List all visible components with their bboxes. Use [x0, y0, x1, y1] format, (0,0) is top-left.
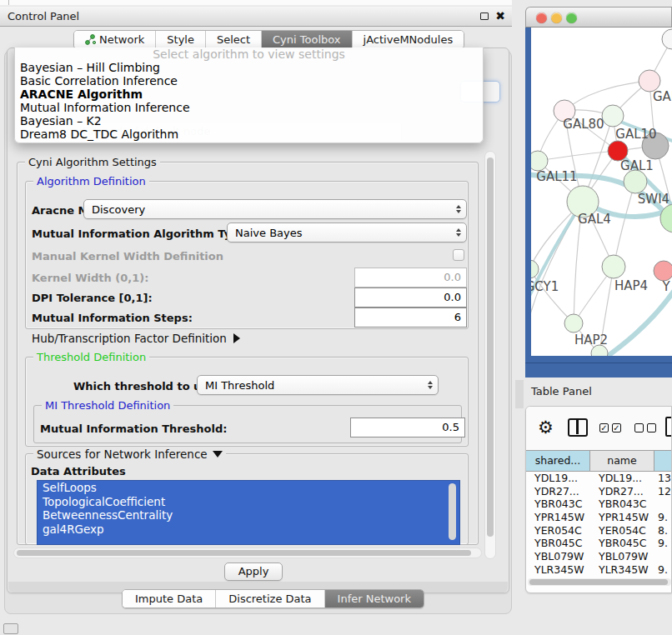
network-node[interactable]	[654, 261, 672, 281]
document-icon[interactable]	[665, 417, 672, 437]
column-header-extra[interactable]	[654, 451, 672, 471]
hub-transcription-factor-section[interactable]: Hub/Transcription Factor Definition	[32, 332, 240, 345]
network-node[interactable]	[624, 170, 647, 193]
tab-label: Cyni Toolbox	[273, 33, 341, 46]
table-cell: YBR045C	[526, 537, 590, 550]
node-label-gal: GAL	[653, 89, 672, 104]
settings-vertical-scrollbar[interactable]	[484, 151, 496, 559]
checked-columns-icon[interactable]: ✓	[599, 423, 609, 432]
attribute-item-betweennesscentrality[interactable]: BetweennessCentrality	[38, 508, 459, 522]
algorithm-option-mutual-information-inference[interactable]: Mutual Information Inference	[15, 102, 483, 115]
node-label-gal1: GAL1	[620, 158, 654, 173]
collapsed-arrow-icon[interactable]	[233, 333, 240, 343]
attributes-scrollbar[interactable]	[449, 483, 456, 540]
corner-handle[interactable]	[3, 623, 18, 634]
table-cell: YIL052C	[526, 577, 590, 578]
columns-icon[interactable]	[568, 418, 588, 437]
algorithm-option-basic-correlation-inference[interactable]: Basic Correlation Inference	[15, 75, 483, 88]
table-cell: YLR345W	[590, 563, 654, 577]
table-row[interactable]: YBL079WYBL079W	[526, 550, 672, 563]
network-canvas[interactable]: GALGAL80GAL10GAL1GAL11SWI4GAL4GCY1HAP4YH…	[531, 28, 672, 356]
node-label-gal10: GAL10	[615, 127, 656, 142]
mi-threshold-input[interactable]: 0.5	[350, 418, 465, 438]
attribute-item-gal4rgexp[interactable]: gal4RGexp	[38, 522, 459, 537]
attribute-item-topologicalcoefficient[interactable]: TopologicalCoefficient	[38, 495, 459, 509]
data-attributes-list[interactable]: SelfLoopsTopologicalCoefficientBetweenne…	[37, 480, 460, 545]
mi-steps-input[interactable]: 6	[354, 308, 467, 328]
control-panel-tabbar: NetworkStyleSelectCyni ToolboxjActiveMNo…	[73, 30, 464, 49]
column-header-shared-[interactable]: shared...	[526, 451, 590, 471]
hub-transcription-factor-label: Hub/Transcription Factor Definition	[32, 332, 227, 345]
network-edge[interactable]	[538, 151, 618, 161]
table-cell: YBL079W	[590, 550, 654, 563]
mi-type-label: Mutual Information Algorithm Type:	[32, 228, 251, 240]
table-row[interactable]: YER054CYER054C8.	[526, 524, 672, 538]
table-cell: YIL052C	[590, 577, 654, 578]
algorithm-option-bayesian-k2[interactable]: Bayesian – K2	[15, 115, 483, 128]
unchecked-columns-icon[interactable]	[647, 423, 656, 432]
algorithm-option-dream8-dc-tdc-algorithm[interactable]: Dream8 DC_TDC Algorithm	[15, 128, 483, 142]
table-cell: YDR27...	[526, 485, 590, 498]
network-node[interactable]	[662, 29, 672, 49]
network-node[interactable]	[531, 151, 548, 171]
mi-threshold-definition-title: MI Threshold Definition	[42, 399, 173, 412]
which-threshold-select[interactable]: MI Threshold	[197, 375, 439, 395]
vertical-scroll-thumb[interactable]	[487, 158, 494, 537]
table-row[interactable]: YPR145WYPR145W9.	[526, 511, 672, 524]
table-row[interactable]: YIL052CYIL052C9	[526, 577, 672, 578]
table-cell: YPR145W	[590, 511, 654, 524]
gear-icon[interactable]: ⚙	[538, 417, 554, 438]
splitter-handle[interactable]	[515, 380, 524, 408]
bottom-tab-discretize-data[interactable]: Discretize Data	[216, 590, 324, 608]
manual-kernel-checkbox[interactable]	[453, 249, 464, 261]
bottom-tab-impute-data[interactable]: Impute Data	[123, 590, 216, 608]
network-edge[interactable]	[614, 182, 635, 267]
sources-title[interactable]: Sources for Network Inference	[33, 448, 226, 461]
mi-algorithm-type-select[interactable]: Naive Bayes	[227, 222, 467, 242]
bottom-tabbar: Impute DataDiscretize DataInfer Network	[122, 589, 424, 608]
unchecked-columns-icon[interactable]	[634, 423, 644, 432]
algorithm-option-bayesian-hill-climbing[interactable]: Bayesian – Hill Climbing	[15, 62, 483, 75]
network-node[interactable]	[602, 255, 625, 278]
table-row[interactable]: YLR345WYLR345W9.	[526, 563, 672, 577]
network-window-titlebar[interactable]	[525, 7, 672, 28]
network-window-bottom-frame	[525, 362, 672, 378]
minimize-traffic-light-icon[interactable]	[551, 12, 562, 23]
horizontal-scroll-thumb[interactable]	[17, 550, 471, 556]
dpi-tolerance-input[interactable]: 0.0	[354, 288, 467, 308]
attribute-item-selfloops[interactable]: SelfLoops	[38, 481, 459, 495]
zoom-traffic-light-icon[interactable]	[566, 12, 577, 23]
settings-horizontal-scrollbar[interactable]	[13, 548, 482, 558]
column-header-name[interactable]: name	[590, 451, 654, 471]
tab-select[interactable]: Select	[206, 31, 262, 48]
table-cell: 9.	[654, 511, 672, 524]
table-row[interactable]: YBR043CYBR043C	[526, 498, 672, 511]
table-row[interactable]: YBR045CYBR045C9.	[526, 537, 672, 550]
cyni-algorithm-settings-title: Cyni Algorithm Settings	[25, 156, 160, 168]
tab-cyni-toolbox[interactable]: Cyni Toolbox	[262, 31, 353, 48]
control-panel-titlebar: Control Panel ✖	[0, 7, 512, 27]
checked-columns-icon[interactable]: ✓	[612, 423, 621, 432]
network-node[interactable]	[602, 105, 624, 127]
bottom-tab-infer-network[interactable]: Infer Network	[325, 590, 424, 608]
aracne-mode-select[interactable]: Discovery	[83, 199, 467, 219]
top-strip	[0, 0, 512, 6]
tab-style[interactable]: Style	[156, 31, 206, 48]
table-row[interactable]: YDL19...YDL19...13	[526, 472, 672, 485]
network-node[interactable]	[564, 314, 583, 332]
table-horizontal-scrollbar[interactable]	[528, 578, 671, 586]
expanded-arrow-icon[interactable]	[213, 451, 223, 458]
float-icon[interactable]	[480, 12, 489, 20]
dpi-tolerance-label: DPI Tolerance [0,1]:	[32, 292, 153, 304]
network-node[interactable]	[531, 260, 539, 278]
table-row[interactable]: YDR27...YDR27...12	[526, 485, 672, 498]
algorithm-option-aracne-algorithm[interactable]: ARACNE Algorithm	[15, 88, 483, 102]
tab-network[interactable]: Network	[74, 31, 156, 48]
close-traffic-light-icon[interactable]	[536, 12, 547, 23]
tab-jactivemnodules[interactable]: jActiveMNodules	[353, 31, 464, 48]
close-icon[interactable]: ✖	[495, 9, 505, 22]
table-cell: 12	[654, 485, 672, 498]
table-cell: YPR145W	[526, 511, 590, 524]
kernel-width-input[interactable]: 0.0	[354, 268, 467, 288]
apply-button[interactable]: Apply	[224, 562, 283, 581]
